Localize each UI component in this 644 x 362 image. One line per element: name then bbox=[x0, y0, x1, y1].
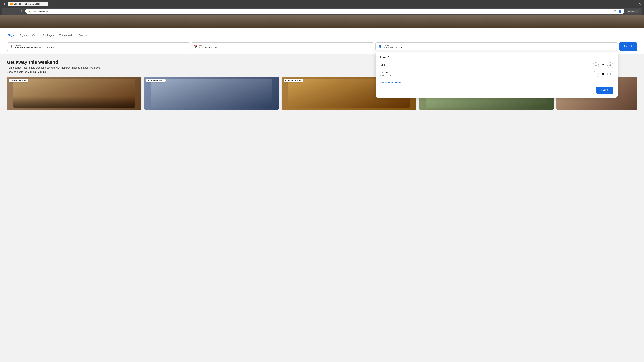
badge-icon: 🏷 bbox=[10, 79, 12, 82]
tab-things-to-do[interactable]: Things to do bbox=[59, 32, 74, 39]
url-text: expedia.com/deals bbox=[32, 10, 50, 12]
person-icon: 👤 bbox=[378, 45, 382, 48]
adults-counter-row: Adults − 2 + bbox=[380, 62, 614, 68]
tab-cars[interactable]: Cars bbox=[32, 32, 38, 39]
dates-label: Dates bbox=[199, 44, 216, 46]
adults-controls: − 2 + bbox=[593, 62, 614, 68]
destination-label: Going to bbox=[15, 44, 56, 46]
page-content: Stays Flights Cars Packages Things to do… bbox=[0, 15, 644, 115]
url-bar[interactable]: 🔒 expedia.com/deals ☆ ⧉ 👤 bbox=[25, 8, 624, 14]
member-badge: 🏷 Member Price bbox=[146, 79, 166, 82]
tab-favicon: E bbox=[10, 2, 13, 5]
travelers-field[interactable]: 👤 Travelers 2 travelers, 1 room Room 1 A… bbox=[376, 42, 618, 51]
url-actions: ☆ ⧉ 👤 bbox=[610, 9, 622, 13]
tab-close-button[interactable]: × bbox=[44, 2, 46, 5]
location-icon: 📍 bbox=[10, 45, 13, 48]
back-button[interactable]: ← bbox=[5, 9, 10, 13]
address-bar: ← → ↺ 🔒 expedia.com/deals ☆ ⧉ 👤 Incognit… bbox=[2, 7, 642, 15]
tab-bar: ▼ E Expedia Member Only Deals | 2... × +… bbox=[2, 1, 642, 6]
destination-field[interactable]: 📍 Going to Baltimore, MD, United States … bbox=[7, 42, 190, 51]
children-increment-button[interactable]: + bbox=[608, 71, 614, 77]
badge-icon: 🏷 bbox=[285, 79, 288, 82]
adults-label: Adults bbox=[380, 64, 387, 67]
dates-value: Feb 19 – Feb 29 bbox=[199, 46, 216, 49]
dates-field[interactable]: 📅 Dates Feb 19 – Feb 29 bbox=[191, 42, 374, 51]
adults-increment-button[interactable]: + bbox=[608, 62, 614, 68]
children-decrement-button[interactable]: − bbox=[593, 71, 599, 77]
tab-group-button[interactable]: ▼ bbox=[2, 2, 7, 6]
search-widget: Stays Flights Cars Packages Things to do… bbox=[0, 28, 644, 54]
active-tab[interactable]: E Expedia Member Only Deals | 2... × bbox=[8, 1, 48, 6]
window-controls: — ❐ ✕ bbox=[626, 2, 642, 6]
children-label: Children bbox=[380, 71, 389, 74]
split-view-button[interactable]: ⧉ bbox=[614, 9, 616, 13]
hotel-card[interactable]: 🏷 Member Price bbox=[144, 77, 279, 110]
children-count: 0 bbox=[602, 72, 605, 76]
hotel-card[interactable]: 🏷 Member Price bbox=[7, 77, 142, 110]
search-button[interactable]: Search bbox=[619, 42, 637, 51]
hero-image bbox=[0, 15, 644, 28]
forward-button[interactable]: → bbox=[12, 9, 17, 13]
children-sublabel: Ages 0 to 17 bbox=[380, 75, 391, 77]
profile-button[interactable]: 👤 bbox=[618, 9, 622, 13]
close-button[interactable]: ✕ bbox=[638, 2, 642, 6]
tab-title: Expedia Member Only Deals | 2... bbox=[14, 3, 42, 5]
adults-decrement-button[interactable]: − bbox=[593, 62, 599, 68]
tab-cruises[interactable]: Cruises bbox=[78, 32, 88, 39]
incognito-badge: Incognito (2) bbox=[626, 10, 639, 13]
refresh-button[interactable]: ↺ bbox=[19, 9, 23, 14]
new-tab-button[interactable]: + bbox=[49, 1, 53, 6]
calendar-icon: 📅 bbox=[194, 45, 198, 48]
member-badge: 🏷 Member Price bbox=[284, 79, 303, 82]
restore-button[interactable]: ❐ bbox=[632, 2, 636, 6]
children-controls: − 0 + bbox=[593, 71, 614, 77]
browser-chrome: ▼ E Expedia Member Only Deals | 2... × +… bbox=[0, 0, 644, 15]
minimize-button[interactable]: — bbox=[626, 2, 631, 6]
destination-value: Baltimore, MD, United States of Ameri... bbox=[15, 46, 56, 49]
search-tabs: Stays Flights Cars Packages Things to do… bbox=[7, 32, 637, 39]
member-badge: 🏷 Member Price bbox=[9, 79, 28, 82]
travelers-value: 2 travelers, 1 room bbox=[384, 46, 403, 49]
url-lock-icon: 🔒 bbox=[28, 10, 31, 12]
travelers-label: Travelers bbox=[384, 44, 403, 46]
done-button[interactable]: Done bbox=[596, 87, 614, 94]
children-counter-row: Children Ages 0 to 17 − 0 + bbox=[380, 71, 614, 77]
tab-flights[interactable]: Flights bbox=[19, 32, 28, 39]
bookmark-button[interactable]: ☆ bbox=[610, 9, 612, 13]
travelers-dropdown: Room 1 Adults − 2 + bbox=[376, 52, 618, 98]
badge-icon: 🏷 bbox=[148, 79, 150, 82]
deals-dates: Jan 19 - Jan 21 bbox=[28, 70, 46, 73]
search-fields: 📍 Going to Baltimore, MD, United States … bbox=[7, 42, 637, 51]
room-label: Room 1 bbox=[380, 56, 614, 59]
tab-packages[interactable]: Packages bbox=[42, 32, 55, 39]
tab-stays[interactable]: Stays bbox=[7, 32, 15, 39]
adults-count: 2 bbox=[602, 64, 605, 67]
add-room-button[interactable]: Add another room bbox=[380, 81, 402, 84]
